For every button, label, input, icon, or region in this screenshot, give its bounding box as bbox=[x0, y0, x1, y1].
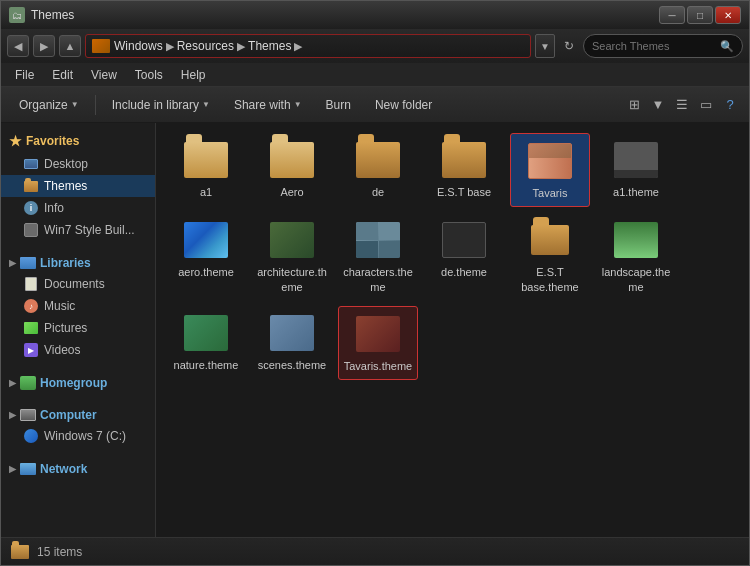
sidebar-item-videos[interactable]: ▶ Videos bbox=[1, 339, 155, 361]
breadcrumb-themes[interactable]: Themes bbox=[248, 39, 291, 53]
char-theme-icon bbox=[356, 222, 400, 258]
file-item-scenetheme[interactable]: scenes.theme bbox=[252, 306, 332, 380]
nature-theme-icon bbox=[184, 315, 228, 351]
estbase-theme-folder-icon bbox=[531, 225, 569, 255]
organize-button[interactable]: Organize ▼ bbox=[9, 92, 89, 118]
file-label-archtheme: architecture.theme bbox=[256, 265, 328, 294]
burn-button[interactable]: Burn bbox=[316, 92, 361, 118]
minimize-button[interactable]: ─ bbox=[659, 6, 685, 24]
videos-icon: ▶ bbox=[24, 343, 38, 357]
network-icon bbox=[20, 463, 36, 475]
toolbar: Organize ▼ Include in library ▼ Share wi… bbox=[1, 87, 749, 123]
up-button[interactable]: ▲ bbox=[59, 35, 81, 57]
sidebar-item-info[interactable]: i Info bbox=[1, 197, 155, 219]
sidebar-homegroup-header[interactable]: ▶ Homegroup bbox=[1, 371, 155, 393]
menu-help[interactable]: Help bbox=[173, 66, 214, 84]
status-item-count: 15 items bbox=[37, 545, 82, 559]
file-item-tavtheme[interactable]: Tavaris.theme bbox=[338, 306, 418, 380]
breadcrumb-resources[interactable]: Resources bbox=[177, 39, 234, 53]
file-item-de[interactable]: de bbox=[338, 133, 418, 207]
file-label-tavaris: Tavaris bbox=[515, 186, 585, 200]
file-item-naturetheme[interactable]: nature.theme bbox=[166, 306, 246, 380]
menu-tools[interactable]: Tools bbox=[127, 66, 171, 84]
file-label-estbase: E.S.T base bbox=[428, 185, 500, 199]
sidebar-item-themes[interactable]: Themes bbox=[1, 175, 155, 197]
file-item-a1[interactable]: a1 bbox=[166, 133, 246, 207]
aero-theme-icon bbox=[184, 222, 228, 258]
folder-aero-icon bbox=[270, 142, 314, 178]
file-item-a1theme[interactable]: a1.theme bbox=[596, 133, 676, 207]
maximize-button[interactable]: □ bbox=[687, 6, 713, 24]
sidebar-libraries-header[interactable]: ▶ Libraries bbox=[1, 251, 155, 273]
search-input[interactable] bbox=[592, 40, 716, 52]
file-item-archtheme[interactable]: architecture.theme bbox=[252, 213, 332, 300]
window-icon: 🗂 bbox=[9, 7, 25, 23]
forward-button[interactable]: ▶ bbox=[33, 35, 55, 57]
file-item-chartheme[interactable]: characters.theme bbox=[338, 213, 418, 300]
status-folder-icon bbox=[11, 545, 29, 559]
file-item-tavaris[interactable]: Tavaris bbox=[510, 133, 590, 207]
sidebar-item-music[interactable]: ♪ Music bbox=[1, 295, 155, 317]
view-details[interactable]: ☰ bbox=[671, 94, 693, 116]
menu-file[interactable]: File bbox=[7, 66, 42, 84]
info-icon: i bbox=[24, 201, 38, 215]
file-label-a1: a1 bbox=[170, 185, 242, 199]
tavaris-theme-icon bbox=[356, 316, 400, 352]
view-buttons: ⊞ ▼ ☰ ▭ ? bbox=[623, 94, 741, 116]
search-icon: 🔍 bbox=[720, 40, 734, 53]
back-button[interactable]: ◀ bbox=[7, 35, 29, 57]
folder-de-icon bbox=[356, 142, 400, 178]
search-box: 🔍 bbox=[583, 34, 743, 58]
refresh-button[interactable]: ↻ bbox=[559, 34, 579, 58]
file-label-de: de bbox=[342, 185, 414, 199]
file-label-tavtheme: Tavaris.theme bbox=[343, 359, 413, 373]
file-label-naturetheme: nature.theme bbox=[170, 358, 242, 372]
a1-theme-icon bbox=[614, 142, 658, 178]
close-button[interactable]: ✕ bbox=[715, 6, 741, 24]
new-folder-button[interactable]: New folder bbox=[365, 92, 442, 118]
sidebar-favorites-header[interactable]: ★ Favorites bbox=[1, 129, 155, 153]
file-item-detheme[interactable]: de.theme bbox=[424, 213, 504, 300]
sidebar-item-desktop[interactable]: Desktop bbox=[1, 153, 155, 175]
breadcrumb[interactable]: Windows ▶ Resources ▶ Themes ▶ bbox=[85, 34, 531, 58]
address-dropdown[interactable]: ▼ bbox=[535, 34, 555, 58]
share-with-button[interactable]: Share with ▼ bbox=[224, 92, 312, 118]
music-icon: ♪ bbox=[24, 299, 38, 313]
breadcrumb-windows[interactable]: Windows bbox=[114, 39, 163, 53]
sidebar-item-pictures[interactable]: Pictures bbox=[1, 317, 155, 339]
folder-a1-icon bbox=[184, 142, 228, 178]
file-label-detheme: de.theme bbox=[428, 265, 500, 279]
sidebar-network-header[interactable]: ▶ Network bbox=[1, 457, 155, 479]
menu-view[interactable]: View bbox=[83, 66, 125, 84]
file-item-aero[interactable]: Aero bbox=[252, 133, 332, 207]
file-label-landtheme: landscape.theme bbox=[600, 265, 672, 294]
menu-edit[interactable]: Edit bbox=[44, 66, 81, 84]
sidebar-computer-header[interactable]: ▶ Computer bbox=[1, 403, 155, 425]
sidebar: ★ Favorites Desktop Themes i Info W bbox=[1, 123, 156, 537]
view-dropdown[interactable]: ▼ bbox=[647, 94, 669, 116]
land-theme-icon bbox=[614, 222, 658, 258]
theme-tavaris-folder-icon bbox=[528, 143, 572, 179]
folder-estbase-icon bbox=[442, 142, 486, 178]
desktop-icon bbox=[24, 159, 38, 169]
sidebar-item-c-drive[interactable]: Windows 7 (C:) bbox=[1, 425, 155, 447]
file-item-estbasetheme[interactable]: E.S.T base.theme bbox=[510, 213, 590, 300]
status-bar: 15 items bbox=[1, 537, 749, 565]
address-bar: ◀ ▶ ▲ Windows ▶ Resources ▶ Themes ▶ ▼ ↻… bbox=[1, 29, 749, 63]
file-label-chartheme: characters.theme bbox=[342, 265, 414, 294]
file-item-aerotheme[interactable]: aero.theme bbox=[166, 213, 246, 300]
include-in-library-button[interactable]: Include in library ▼ bbox=[102, 92, 220, 118]
main-area: ★ Favorites Desktop Themes i Info W bbox=[1, 123, 749, 537]
title-bar: 🗂 Themes ─ □ ✕ bbox=[1, 1, 749, 29]
file-item-estbase[interactable]: E.S.T base bbox=[424, 133, 504, 207]
breadcrumb-folder-icon bbox=[92, 39, 110, 53]
sidebar-item-documents[interactable]: Documents bbox=[1, 273, 155, 295]
view-preview[interactable]: ▭ bbox=[695, 94, 717, 116]
documents-icon bbox=[25, 277, 37, 291]
window-controls: ─ □ ✕ bbox=[659, 6, 741, 24]
file-label-aerotheme: aero.theme bbox=[170, 265, 242, 279]
sidebar-item-win7-build[interactable]: Win7 Style Buil... bbox=[1, 219, 155, 241]
file-item-landtheme[interactable]: landscape.theme bbox=[596, 213, 676, 300]
view-large-icons[interactable]: ⊞ bbox=[623, 94, 645, 116]
help-button[interactable]: ? bbox=[719, 94, 741, 116]
